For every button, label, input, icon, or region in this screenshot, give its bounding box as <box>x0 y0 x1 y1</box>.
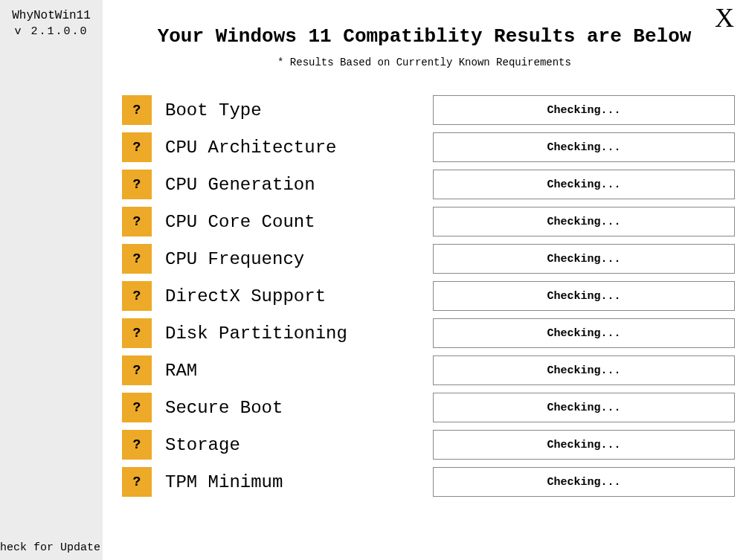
row-label: CPU Frequency <box>165 249 425 269</box>
row-label: TPM Minimum <box>165 472 425 492</box>
page-subtitle: * Results Based on Currently Known Requi… <box>103 57 746 68</box>
question-icon: ? <box>122 430 152 460</box>
question-icon: ? <box>122 207 152 236</box>
result-status: Checking... <box>433 393 735 422</box>
result-status: Checking... <box>433 207 735 236</box>
result-status: Checking... <box>433 318 735 348</box>
sidebar: WhyNotWin11 v 2.1.0.0 heck for Update <box>0 0 103 560</box>
result-row-directx-support: ? DirectX Support Checking... <box>122 281 746 311</box>
row-label: DirectX Support <box>165 286 425 306</box>
result-status: Checking... <box>433 355 735 385</box>
row-label: CPU Architecture <box>165 138 425 158</box>
row-label: Storage <box>165 435 425 455</box>
result-status: Checking... <box>433 95 735 125</box>
app-version: v 2.1.0.0 <box>14 25 88 38</box>
result-status: Checking... <box>433 244 735 274</box>
row-label: Secure Boot <box>165 398 425 418</box>
row-label: CPU Generation <box>165 175 425 195</box>
row-label: Boot Type <box>165 100 425 120</box>
result-status: Checking... <box>433 170 735 199</box>
question-icon: ? <box>122 467 152 497</box>
result-status: Checking... <box>433 132 735 162</box>
row-label: RAM <box>165 361 425 381</box>
result-row-cpu-core-count: ? CPU Core Count Checking... <box>122 207 746 236</box>
question-icon: ? <box>122 281 152 311</box>
row-label: CPU Core Count <box>165 212 425 232</box>
result-row-cpu-generation: ? CPU Generation Checking... <box>122 170 746 199</box>
result-status: Checking... <box>433 467 735 497</box>
main-panel: X Your Windows 11 Compatiblity Results a… <box>103 0 746 560</box>
result-status: Checking... <box>433 430 735 460</box>
app-name: WhyNotWin11 <box>12 9 91 22</box>
result-row-storage: ? Storage Checking... <box>122 430 746 460</box>
result-status: Checking... <box>433 281 735 311</box>
result-row-boot-type: ? Boot Type Checking... <box>122 95 746 125</box>
question-icon: ? <box>122 355 152 385</box>
question-icon: ? <box>122 95 152 125</box>
question-icon: ? <box>122 170 152 199</box>
check-update-link[interactable]: heck for Update <box>0 541 100 554</box>
question-icon: ? <box>122 244 152 274</box>
page-title: Your Windows 11 Compatiblity Results are… <box>103 25 746 48</box>
row-label: Disk Partitioning <box>165 324 425 344</box>
question-icon: ? <box>122 132 152 162</box>
result-row-disk-partitioning: ? Disk Partitioning Checking... <box>122 318 746 348</box>
question-icon: ? <box>122 393 152 422</box>
result-row-tpm-minimum: ? TPM Minimum Checking... <box>122 467 746 497</box>
result-row-cpu-architecture: ? CPU Architecture Checking... <box>122 132 746 162</box>
result-row-secure-boot: ? Secure Boot Checking... <box>122 393 746 422</box>
results-list: ? Boot Type Checking... ? CPU Architectu… <box>103 95 746 497</box>
close-button[interactable]: X <box>715 4 734 31</box>
question-icon: ? <box>122 318 152 348</box>
result-row-ram: ? RAM Checking... <box>122 355 746 385</box>
result-row-cpu-frequency: ? CPU Frequency Checking... <box>122 244 746 274</box>
